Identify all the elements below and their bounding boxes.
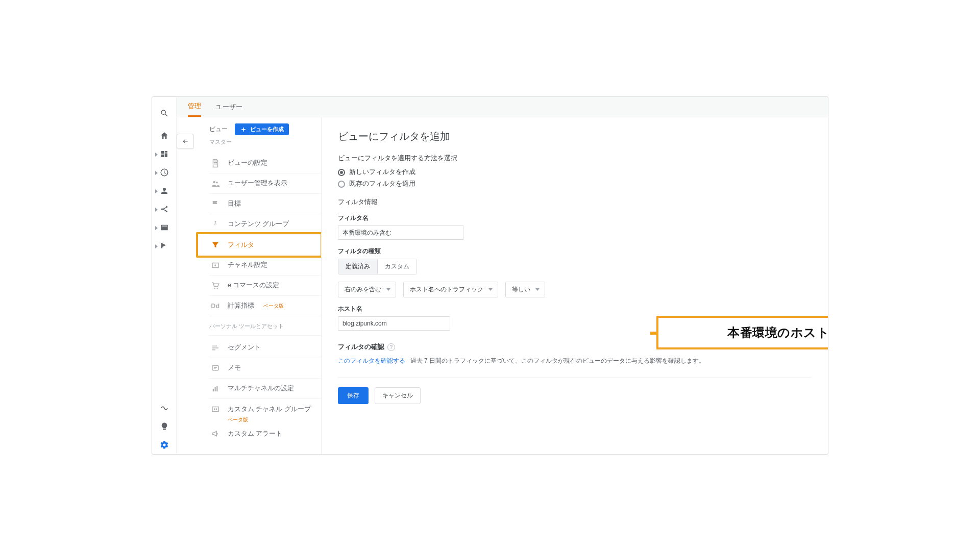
search-icon[interactable] (152, 104, 177, 122)
radio-new-filter[interactable]: 新しいフィルタを作成 (338, 168, 812, 177)
admin-tabs: 管理 ユーザー (177, 97, 828, 117)
content-panel: ビューにフィルタを追加 ビューにフィルタを適用する方法を選択 新しいフィルタを作… (322, 117, 828, 454)
segment-icon (210, 343, 220, 353)
radio-existing-filter[interactable]: 既存のフィルタを適用 (338, 180, 812, 188)
nav-label: カスタム アラート (228, 430, 282, 438)
nav-user-management[interactable]: ユーザー管理を表示 (209, 173, 321, 194)
filter-name-input[interactable] (338, 226, 463, 240)
body-area: ビュー ＋ビューを作成 マスター ビューの設定 ユーザー管理を表示 目標 コンテ… (177, 117, 828, 454)
dropdown-label: 等しい (512, 285, 530, 294)
admin-icon[interactable] (152, 436, 177, 454)
acquisition-icon[interactable] (152, 200, 177, 218)
conversions-icon[interactable] (152, 237, 177, 255)
channel-icon (210, 260, 220, 270)
nav-custom-alerts[interactable]: カスタム アラート (209, 423, 321, 444)
nav-ecommerce-settings[interactable]: e コマースの設定 (209, 276, 321, 296)
flag-icon (210, 199, 220, 209)
channel-group-icon (210, 404, 220, 414)
nav-view-settings[interactable]: ビューの設定 (209, 153, 321, 173)
attribution-icon[interactable] (152, 399, 177, 417)
svg-rect-16 (213, 389, 214, 391)
svg-point-9 (213, 181, 216, 183)
hostname-input[interactable] (338, 316, 450, 331)
verify-text: 過去 7 日間のトラフィックに基づいて、このフィルタが現在のビューのデータに与え… (410, 357, 705, 364)
caret-down-icon (488, 288, 493, 291)
note-icon (210, 363, 220, 373)
icon-rail (152, 97, 177, 454)
radio-icon-checked (338, 169, 345, 176)
verify-link[interactable]: このフィルタを確認する (338, 357, 405, 364)
master-label: マスター (209, 138, 321, 146)
audience-icon[interactable] (152, 182, 177, 200)
nav-multichannel-settings[interactable]: マルチチャネルの設定 (209, 379, 321, 399)
dropdown-equals[interactable]: 等しい (505, 282, 545, 297)
bars-icon (210, 384, 220, 394)
type-custom[interactable]: カスタム (377, 259, 416, 274)
create-view-button[interactable]: ＋ビューを作成 (235, 123, 289, 135)
filter-type-tabs: 定義済み カスタム (338, 259, 417, 274)
nav-filters[interactable]: フィルタ (209, 235, 321, 255)
nav-label: ユーザー管理を表示 (228, 179, 287, 188)
person-walk-icon (210, 219, 220, 230)
svg-rect-18 (216, 386, 217, 391)
beta-badge: ベータ版 (263, 303, 284, 310)
beta-sub: ベータ版 (228, 416, 321, 423)
dropdown-label: 右のみを含む (345, 285, 381, 294)
svg-rect-1 (164, 151, 167, 153)
nav-calculated-metrics[interactable]: Dd計算指標ベータ版 (209, 296, 321, 316)
cart-icon (210, 281, 220, 291)
nav-label: セグメント (228, 343, 261, 352)
svg-rect-19 (212, 407, 218, 412)
main-column: 管理 ユーザー ビュー ＋ビューを作成 マスター ビューの設定 ユーザー管理を表… (177, 97, 828, 454)
svg-rect-8 (161, 226, 167, 227)
document-icon (210, 158, 220, 168)
customization-icon[interactable] (152, 145, 177, 163)
dropdown-traffic-hostname[interactable]: ホスト名へのトラフィック (403, 282, 498, 297)
help-icon[interactable]: ? (387, 343, 395, 351)
method-label: ビューにフィルタを適用する方法を選択 (338, 154, 812, 163)
svg-point-4 (161, 208, 162, 210)
home-icon[interactable] (152, 127, 177, 145)
back-button[interactable] (177, 134, 194, 149)
tab-users[interactable]: ユーザー (215, 97, 242, 117)
svg-rect-15 (212, 365, 218, 370)
nav-label: e コマースの設定 (228, 281, 279, 290)
svg-point-13 (214, 288, 215, 289)
cancel-button[interactable]: キャンセル (375, 387, 421, 404)
people-icon (210, 179, 220, 189)
svg-point-14 (217, 288, 218, 289)
nav-label: マルチチャネルの設定 (228, 384, 294, 393)
nav-segments[interactable]: セグメント (209, 338, 321, 358)
caret-down-icon (386, 288, 390, 291)
nav-goals[interactable]: 目標 (209, 194, 321, 214)
radio-icon (338, 181, 345, 188)
nav-label: コンテンツ グループ (228, 220, 289, 229)
type-predefined[interactable]: 定義済み (338, 259, 377, 274)
hostname-label: ホスト名 (338, 305, 812, 313)
nav-label: 計算指標 (228, 302, 254, 310)
dropdown-include[interactable]: 右のみを含む (338, 282, 396, 297)
nav-annotations[interactable]: メモ (209, 358, 321, 379)
radio-label: 新しいフィルタを作成 (349, 168, 415, 177)
behavior-icon[interactable] (152, 218, 177, 237)
megaphone-icon (210, 429, 220, 439)
filter-name-label: フィルタ名 (338, 214, 812, 222)
nav-label: 目標 (228, 199, 241, 208)
app-frame: 管理 ユーザー ビュー ＋ビューを作成 マスター ビューの設定 ユーザー管理を表… (152, 96, 828, 455)
tab-admin[interactable]: 管理 (188, 97, 201, 117)
nav-channel-settings[interactable]: チャネル設定 (209, 255, 321, 276)
view-label: ビュー (209, 125, 228, 134)
side-nav: ビュー ＋ビューを作成 マスター ビューの設定 ユーザー管理を表示 目標 コンテ… (195, 117, 322, 454)
nav-content-groups[interactable]: コンテンツ グループ (209, 214, 321, 235)
svg-rect-17 (215, 387, 216, 391)
nav-label: フィルタ (228, 241, 254, 249)
svg-point-10 (216, 181, 218, 183)
dropdown-label: ホスト名へのトラフィック (410, 285, 483, 294)
radio-label: 既存のフィルタを適用 (349, 180, 415, 188)
save-button[interactable]: 保存 (338, 387, 369, 404)
nav-label: ビューの設定 (228, 159, 267, 167)
discover-icon[interactable] (152, 417, 177, 436)
caret-down-icon (535, 288, 540, 291)
realtime-icon[interactable] (152, 163, 177, 182)
filter-type-label: フィルタの種類 (338, 247, 812, 256)
